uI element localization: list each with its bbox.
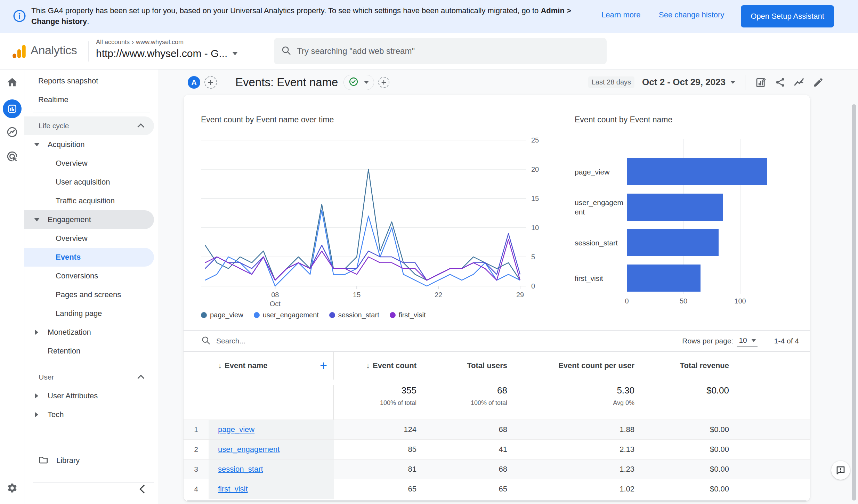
sidebar-item-realtime[interactable]: Realtime — [24, 90, 154, 109]
legend-item-session-start[interactable]: session_start — [329, 311, 379, 319]
bar-page-view[interactable] — [627, 158, 767, 185]
column-header-total-users[interactable]: Total users — [416, 361, 507, 370]
column-header-event-count[interactable]: ↓Event count — [334, 361, 416, 370]
cell-total-revenue: $0.00 — [634, 445, 729, 454]
sidebar-item-retention[interactable]: Retention — [24, 342, 154, 360]
global-search[interactable] — [274, 38, 607, 64]
chart-legend: page_viewuser_engagementsession_startfir… — [201, 311, 426, 319]
sidebar-item-library[interactable]: Library — [24, 451, 158, 470]
bar-label-user-engagement: user_engagement — [575, 194, 624, 221]
edit-pencil-icon[interactable] — [813, 77, 824, 88]
bar-chart[interactable]: 050100page_viewuser_engagementsession_st… — [575, 139, 797, 313]
svg-text:25: 25 — [531, 137, 539, 144]
column-header-event-name[interactable]: ↓Event name + — [209, 352, 334, 380]
sidebar-item-user-acquisition[interactable]: User acquisition — [24, 173, 154, 192]
totals-event-count-per-user: 5.30 Avg 0% — [507, 385, 634, 407]
explore-icon[interactable] — [6, 126, 18, 140]
feedback-button[interactable] — [831, 461, 850, 480]
page-title: Events: Event name — [235, 76, 338, 89]
sidebar-item-overview[interactable]: Overview — [24, 154, 154, 173]
line-chart[interactable]: 051015202508Oct152229 — [201, 137, 552, 312]
sidebar-item-landing-page[interactable]: Landing page — [24, 304, 154, 323]
table-search[interactable] — [201, 335, 682, 347]
sidebar-item-acquisition[interactable]: Acquisition — [24, 135, 154, 154]
admin-link[interactable]: Admin > — [541, 6, 571, 15]
divider — [745, 75, 745, 90]
chevron-down-icon — [232, 52, 238, 55]
cell-total-users: 68 — [416, 425, 507, 434]
rows-per-page-select[interactable]: 10 — [737, 335, 757, 347]
event-name-link-first-visit[interactable]: first_visit — [218, 485, 248, 494]
sidebar-item-life-cycle[interactable]: Life cycle — [24, 116, 154, 135]
sidebar-item-label: User — [39, 373, 54, 381]
collapse-sidebar-icon[interactable] — [139, 485, 148, 493]
sidebar-item-label: Realtime — [38, 95, 68, 104]
bar-axis-tick: 50 — [680, 297, 687, 305]
sidebar-item-conversions[interactable]: Conversions — [24, 267, 154, 285]
bar-session-start[interactable] — [627, 229, 719, 256]
vertical-scrollbar[interactable] — [852, 104, 856, 501]
sidebar-item-monetization[interactable]: Monetization — [24, 323, 154, 342]
event-name-link-page-view[interactable]: page_view — [218, 425, 254, 434]
add-comparison-button[interactable] — [204, 76, 217, 89]
add-report-button[interactable] — [378, 77, 389, 88]
sidebar-item-pages-and-screens[interactable]: Pages and screens — [24, 285, 154, 304]
change-history-link[interactable]: Change history — [31, 17, 87, 26]
chevron-up-icon — [137, 375, 144, 382]
bar-chart-title: Event count by Event name — [575, 115, 672, 124]
advertising-icon[interactable] — [6, 150, 18, 164]
event-name-link-user-engagement[interactable]: user_engagement — [218, 445, 280, 454]
customize-report-icon[interactable] — [755, 76, 767, 88]
legend-item-user-engagement[interactable]: user_engagement — [254, 311, 319, 319]
svg-text:15: 15 — [353, 291, 361, 299]
table-header-row: ↓Event name + ↓Event count Total users E… — [184, 352, 810, 380]
see-change-history-link[interactable]: See change history — [659, 10, 724, 19]
sidebar-item-reports-snapshot[interactable]: Reports snapshot — [24, 72, 154, 90]
divider — [226, 75, 226, 90]
open-setup-assistant-button[interactable]: Open Setup Assistant — [741, 5, 834, 27]
chevron-down-icon — [751, 339, 756, 342]
sidebar-item-user-attributes[interactable]: User Attributes — [24, 387, 154, 405]
learn-more-link[interactable]: Learn more — [601, 10, 641, 19]
settings-gear-icon[interactable] — [7, 482, 18, 495]
report-status-pill[interactable] — [343, 75, 374, 90]
table-search-input[interactable] — [216, 337, 327, 345]
migration-banner: This GA4 property has been set up for yo… — [0, 0, 858, 33]
sidebar-item-events[interactable]: Events — [24, 248, 154, 267]
triangle-right-icon — [35, 393, 38, 399]
comparison-badge[interactable]: A — [188, 76, 200, 89]
horizontal-scrollbar[interactable] — [187, 500, 807, 501]
insights-icon[interactable] — [793, 76, 805, 88]
add-column-button[interactable]: + — [320, 359, 327, 372]
info-icon — [13, 9, 26, 24]
table-row-first-visit: 4first_visit65651.02$0.00 — [184, 479, 810, 499]
sidebar-item-label: Reports snapshot — [38, 76, 98, 86]
bar-first-visit[interactable] — [627, 265, 701, 292]
share-icon[interactable] — [775, 77, 786, 88]
search-icon — [281, 45, 291, 57]
event-name-cell: page_view — [209, 420, 334, 439]
bar-user-engagement[interactable] — [627, 194, 723, 221]
property-selector[interactable]: http://www.whysel.com - G... — [96, 48, 238, 59]
legend-item-page-view[interactable]: page_view — [201, 311, 243, 319]
sidebar-item-engagement[interactable]: Engagement — [24, 210, 154, 229]
sidebar-item-traffic-acquisition[interactable]: Traffic acquisition — [24, 192, 154, 210]
chevron-down-icon — [364, 81, 369, 84]
breadcrumb[interactable]: All accounts › www.whysel.com — [96, 39, 184, 46]
sidebar-item-overview[interactable]: Overview — [24, 229, 154, 248]
column-header-event-count-per-user[interactable]: Event count per user — [507, 361, 634, 370]
date-range-picker[interactable]: Oct 2 - Oct 29, 2023 — [642, 77, 735, 88]
reports-icon[interactable] — [3, 99, 22, 118]
chevron-down-icon — [730, 81, 735, 84]
legend-label: first_visit — [399, 311, 426, 319]
global-search-input[interactable] — [297, 46, 600, 56]
cell-total-revenue: $0.00 — [634, 465, 729, 474]
sidebar-item-user[interactable]: User — [24, 368, 154, 387]
sidebar-item-tech[interactable]: Tech — [24, 405, 154, 424]
event-name-link-session-start[interactable]: session_start — [218, 465, 263, 474]
home-icon[interactable] — [6, 76, 18, 90]
triangle-down-icon — [34, 218, 40, 221]
legend-item-first-visit[interactable]: first_visit — [390, 311, 426, 319]
column-header-total-revenue[interactable]: Total revenue — [634, 361, 729, 370]
bar-axis-tick: 100 — [734, 297, 746, 305]
